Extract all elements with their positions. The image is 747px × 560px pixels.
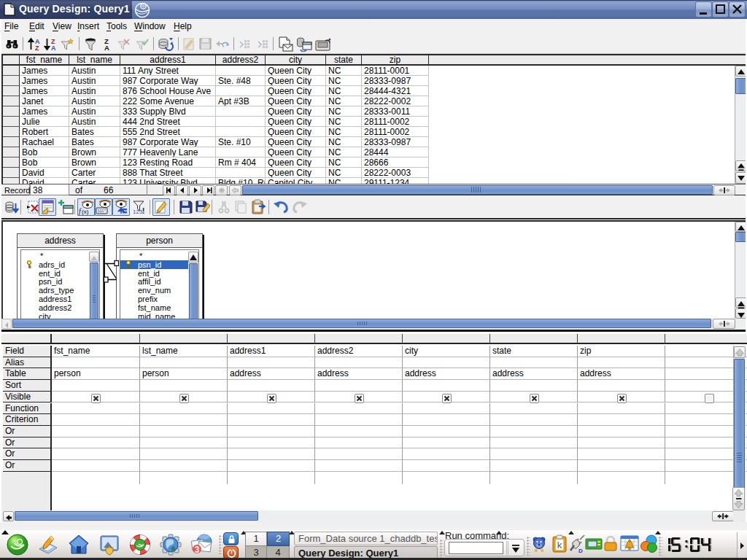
svg-text:D: D <box>578 548 583 553</box>
svg-text:123: 123 <box>133 209 143 215</box>
svg-text:A: A <box>104 44 109 51</box>
svg-text:Z: Z <box>35 44 39 51</box>
svg-text:A: A <box>51 44 56 51</box>
svg-text:(x): (x) <box>82 209 89 215</box>
svg-text:k: k <box>557 540 562 551</box>
svg-text:3: 3 <box>195 545 200 555</box>
svg-text:!: ! <box>142 207 144 215</box>
svg-text:A: A <box>35 38 40 45</box>
svg-text:Z: Z <box>51 38 55 45</box>
